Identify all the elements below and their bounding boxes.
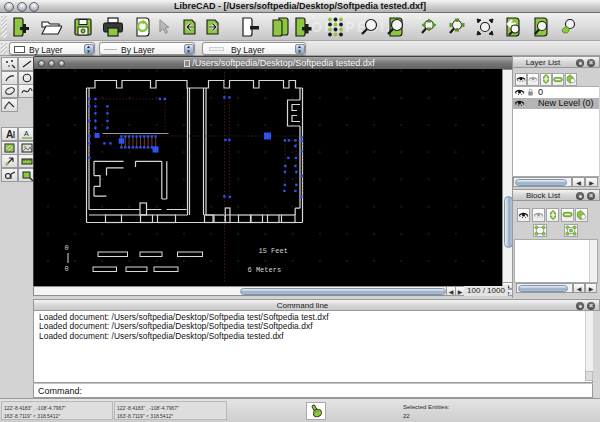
svg-text:6 Meters: 6 Meters bbox=[248, 266, 282, 274]
svg-text:15 Feet: 15 Feet bbox=[259, 247, 288, 255]
svg-text:A: A bbox=[24, 130, 29, 137]
svg-text:A: A bbox=[6, 129, 13, 140]
svg-text:0: 0 bbox=[65, 244, 69, 252]
svg-text:0: 0 bbox=[65, 265, 69, 273]
